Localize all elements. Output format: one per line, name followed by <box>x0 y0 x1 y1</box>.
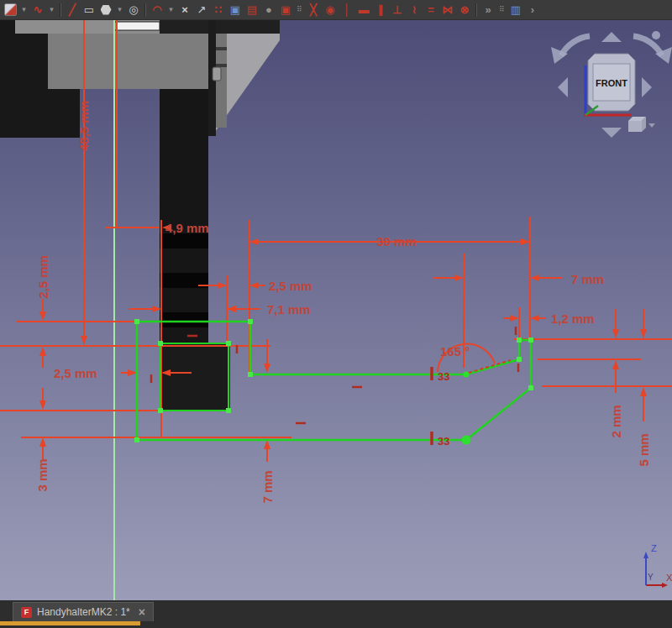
dim-2-right: 2 mm <box>609 405 623 437</box>
dim-angle-165: 165 ° <box>440 344 470 358</box>
constraint-tag-top[interactable]: 33 <box>438 370 449 383</box>
constraint-block-icon[interactable]: ⊗ <box>456 2 473 18</box>
dim-48-5: 48,5 mm <box>76 101 91 151</box>
dropdown-chevron[interactable]: ▾ <box>18 2 29 18</box>
nav-cube-face-label[interactable]: FRONT <box>596 78 627 88</box>
dim-2-5-left: 2,5 mm <box>36 255 50 299</box>
constraint-perpendicular-icon[interactable]: ⊥ <box>389 2 406 18</box>
dimension-lines[interactable] <box>43 228 643 462</box>
tab-title: HandyhalterMK2 : 1* <box>37 606 130 618</box>
active-tab-underline <box>0 621 140 625</box>
dim-3: 3 mm <box>35 458 50 491</box>
dim-30: 30 mm <box>376 234 417 249</box>
dropdown-chevron[interactable]: ▾ <box>165 2 176 18</box>
create-fillet-icon[interactable]: ◠ <box>149 2 165 18</box>
constraint-parallel-icon[interactable]: ∥ <box>372 2 389 18</box>
navigation-cube[interactable]: FRONT <box>551 31 672 138</box>
dim-2-5-wall: 2,5 mm <box>54 366 97 380</box>
nav-dot <box>652 31 660 39</box>
sketch-scene[interactable]: 33 33 48,5 mm 4,9 mm 30 mm 2,5 mm 7,1 mm… <box>0 0 672 628</box>
carbon-copy-icon[interactable]: ▣ <box>227 2 244 18</box>
axis-indicator: Z X Y <box>643 543 672 588</box>
document-tab-bar: F HandyhalterMK2 : 1* × <box>0 600 672 628</box>
toolbar-overflow-icon[interactable]: » <box>480 2 496 18</box>
select-elements-icon[interactable]: ● <box>260 2 277 18</box>
nav-mini-cube[interactable] <box>628 117 655 132</box>
trim-edge-icon[interactable]: × <box>176 2 193 18</box>
nav-arrow-down <box>601 128 622 138</box>
constraint-tag-bottom[interactable]: 33 <box>438 435 449 447</box>
constraint-horizontal-icon[interactable]: ▬ <box>355 2 372 18</box>
clipboard-icon[interactable]: ▤ <box>244 2 260 18</box>
create-polygon-icon[interactable] <box>97 2 114 18</box>
dim-1-2: 1,2 mm <box>551 311 595 326</box>
create-polyline-icon[interactable]: ∿ <box>29 2 46 18</box>
dim-7-bottom: 7 mm <box>260 470 275 503</box>
extend-edge-icon[interactable]: ↗ <box>193 2 210 18</box>
create-circle-icon[interactable]: ◎ <box>125 2 142 18</box>
create-rectangle-icon[interactable]: ▭ <box>81 2 97 18</box>
toolbar-overflow-2-icon[interactable]: › <box>524 2 541 18</box>
toolbar-separator <box>144 3 146 17</box>
constraint-coincident-icon[interactable]: ╳ <box>305 2 322 18</box>
freecad-document-icon: F <box>21 607 32 618</box>
stop-operation-icon[interactable]: ▣ <box>277 2 294 18</box>
dim-7-right: 7 mm <box>571 272 604 286</box>
constraint-vertical-icon[interactable]: │ <box>339 2 355 18</box>
create-line-icon[interactable]: ╱ <box>64 2 81 18</box>
tab-handyhaltermk2[interactable]: F HandyhalterMK2 : 1* × <box>13 602 154 621</box>
edit-sketch-icon[interactable] <box>2 2 18 18</box>
sketcher-elements-icon[interactable]: ▥ <box>507 2 524 18</box>
constraint-point-on-object-icon[interactable]: ◉ <box>322 2 339 18</box>
angle-leg-dashes <box>469 360 511 373</box>
nav-arrow-right <box>642 77 652 97</box>
grip-handle[interactable]: ⠿ <box>294 2 305 18</box>
grip-handle[interactable]: ⠿ <box>496 2 507 18</box>
constraint-symmetric-icon[interactable]: ⋈ <box>439 2 456 18</box>
external-geometry-icon[interactable]: ∷ <box>210 2 227 18</box>
dim-2-5-top: 2,5 mm <box>269 279 312 293</box>
dropdown-chevron[interactable]: ▾ <box>46 2 57 18</box>
nav-mini-cube-chevron <box>648 123 655 128</box>
constraint-equal-icon[interactable]: = <box>423 2 439 18</box>
x-axis-label: X <box>666 573 672 583</box>
y-axis-label: Y <box>648 573 654 582</box>
dim-4-9: 4,9 mm <box>165 221 209 235</box>
dim-5-right: 5 mm <box>637 433 651 466</box>
nav-curved-arrow-left <box>561 36 590 55</box>
sketcher-toolbar: ▾ ∿ ▾ ╱ ▭ ▾ ◎ ◠ ▾ × ↗ ∷ ▣ ▤ ● ▣ ⠿ ╳ ◉ │ … <box>0 0 672 20</box>
toolbar-separator <box>475 3 477 17</box>
constraint-tangent-icon[interactable]: ≀ <box>406 2 423 18</box>
dimension-arrowheads <box>39 224 647 449</box>
dropdown-chevron[interactable]: ▾ <box>114 2 125 18</box>
z-axis-label: Z <box>651 543 657 553</box>
dim-7-1: 7,1 mm <box>267 302 311 317</box>
nav-arrow-up <box>601 32 622 42</box>
toolbar-separator <box>60 3 61 17</box>
dimension-labels[interactable]: 48,5 mm 4,9 mm 30 mm 2,5 mm 7,1 mm 7 mm … <box>35 101 651 504</box>
nav-arrow-left <box>558 77 568 97</box>
tab-close-icon[interactable]: × <box>139 605 145 619</box>
